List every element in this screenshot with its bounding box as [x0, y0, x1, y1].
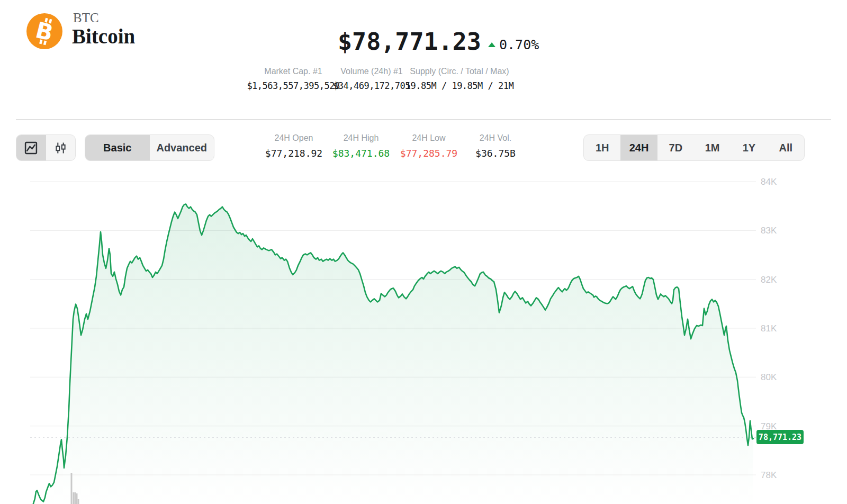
svg-text:82K: 82K — [761, 275, 777, 285]
svg-text:81K: 81K — [761, 323, 777, 334]
range-7d-button[interactable]: 7D — [657, 135, 694, 160]
coin-name: Bitcoin — [72, 24, 135, 48]
current-price-badge: 78,771.23 — [756, 430, 804, 444]
low-stat: 24H Low $77,285.79 — [400, 133, 457, 159]
low-value: $77,285.79 — [400, 148, 457, 159]
high-label: 24H High — [332, 133, 390, 143]
chart-type-toggle — [16, 134, 76, 161]
supply-label: Supply (Circ. / Total / Max) — [406, 67, 513, 76]
range-1h-button[interactable]: 1H — [584, 135, 620, 160]
mode-advanced-button[interactable]: Advanced — [150, 135, 214, 160]
line-chart-type-button[interactable] — [16, 135, 46, 160]
supply-value: 19.85M / 19.85M / 21M — [406, 80, 513, 91]
coin-symbol: BTC — [73, 11, 99, 25]
line-chart-icon — [24, 141, 38, 155]
svg-text:78K: 78K — [761, 470, 777, 480]
vol-stat: 24H Vol. $36.75B — [475, 133, 516, 159]
svg-text:84K: 84K — [761, 177, 777, 187]
bitcoin-logo-icon: B — [26, 13, 62, 49]
mode-basic-button[interactable]: Basic — [85, 135, 150, 160]
open-stat: 24H Open $77,218.92 — [265, 133, 322, 159]
volume-label: Volume (24h) #1 — [333, 67, 410, 76]
open-label: 24H Open — [265, 133, 322, 143]
market-cap-label: Market Cap. #1 — [247, 67, 339, 76]
open-value: $77,218.92 — [265, 148, 322, 159]
high-stat: 24H High $83,471.68 — [332, 133, 390, 159]
up-arrow-icon — [488, 42, 495, 47]
current-price: $78,771.23 — [338, 28, 481, 56]
range-1m-button[interactable]: 1M — [694, 135, 731, 160]
volume-value: $34,469,172,705 — [333, 80, 410, 91]
vol-label: 24H Vol. — [475, 133, 516, 143]
range-all-button[interactable]: All — [768, 135, 804, 160]
mode-toggle: Basic Advanced — [85, 134, 214, 161]
svg-text:83K: 83K — [761, 226, 777, 236]
svg-text:80K: 80K — [761, 372, 777, 382]
supply-stat: Supply (Circ. / Total / Max) 19.85M / 19… — [406, 67, 513, 91]
range-1y-button[interactable]: 1Y — [731, 135, 767, 160]
market-cap-stat: Market Cap. #1 $1,563,557,395,528 — [247, 67, 339, 91]
high-value: $83,471.68 — [332, 148, 390, 159]
vol-value: $36.75B — [475, 148, 516, 159]
volume-stat: Volume (24h) #1 $34,469,172,705 — [333, 67, 410, 91]
price-change-percent: 0.70% — [499, 37, 539, 52]
time-range-toggle: 1H 24H 7D 1M 1Y All — [583, 134, 805, 161]
range-24h-button[interactable]: 24H — [620, 135, 657, 160]
bitcoin-price-page: 84K83K82K81K80K79K78K 78,771.23 B BTC Bi… — [0, 0, 847, 504]
candlestick-icon — [54, 141, 67, 155]
candlestick-chart-type-button[interactable] — [46, 135, 76, 160]
header-divider — [16, 119, 831, 120]
price-change: 0.70% — [488, 37, 539, 52]
low-label: 24H Low — [400, 133, 457, 143]
market-cap-value: $1,563,557,395,528 — [247, 80, 339, 91]
